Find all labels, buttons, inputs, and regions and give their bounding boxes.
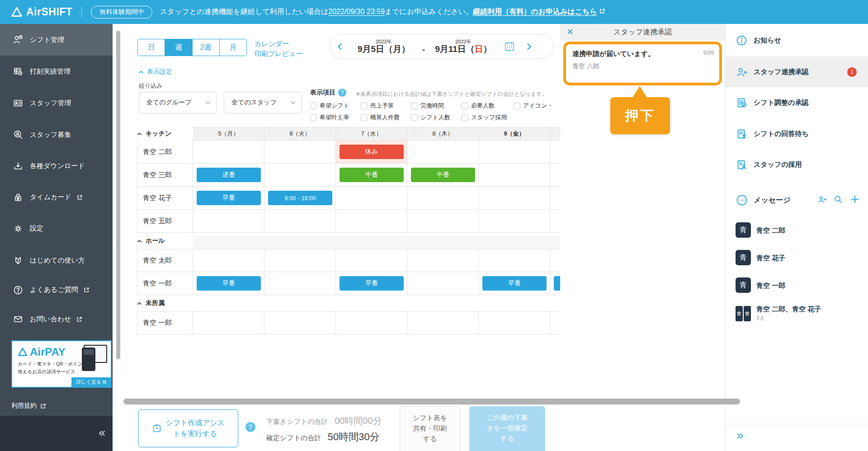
link-request-notification[interactable]: 連携申請が届いています。 9/09 青空 八郎 xyxy=(563,42,722,85)
external-link-icon xyxy=(76,316,82,322)
shift-badge-partial[interactable]: 早番 xyxy=(554,276,560,291)
airpay-details-link[interactable]: 詳しく見る ⧉ xyxy=(71,377,111,387)
sidebar-item-settings[interactable]: 設定 xyxy=(0,213,113,244)
checkbox-roudou-jikan[interactable]: 労働時間 xyxy=(411,102,444,110)
rightbar-item-staff-link-approval[interactable]: スタッフ連携承認 1 xyxy=(726,56,868,87)
next-week-button[interactable] xyxy=(519,42,539,51)
airpay-brand: AirPAY xyxy=(30,346,66,358)
checkbox[interactable] xyxy=(411,114,418,121)
notification-message: 連携申請が届いています。 xyxy=(572,50,713,58)
sidebar-item-downloads[interactable]: 各種ダウンロード xyxy=(0,150,113,182)
grid-bottom-strip xyxy=(193,236,560,249)
rightbar-item-staff-hiring[interactable]: スタッフの採用 xyxy=(726,149,868,180)
airshift-logo[interactable]: AirSHIFT xyxy=(11,6,72,18)
close-icon[interactable]: ✕ xyxy=(566,27,574,37)
terms-link[interactable]: 利用規約 xyxy=(11,402,46,410)
bulk-confirm-button[interactable]: この週の下書 きを一括確定 する xyxy=(469,406,545,451)
left-sidebar: シフト管理 打刻実績管理 スタッフ管理 スタッフ募集 各種ダウンロード タイムカ… xyxy=(0,24,113,451)
shift-badge[interactable]: 早番 xyxy=(197,191,261,205)
calendar-print-preview-link[interactable]: カレンダー 印刷プレビュー xyxy=(255,39,302,59)
view-2week-button[interactable]: 2週 xyxy=(192,39,219,56)
notification-staff-name: 青空 八郎 xyxy=(572,62,713,70)
beginner-mark-icon xyxy=(13,255,24,266)
sidebar-item-label: スタッフ募集 xyxy=(30,131,71,139)
sunday-red-text: 日 xyxy=(475,44,483,54)
external-link-icon xyxy=(84,287,90,293)
group-filter-select[interactable]: 全てのグループ xyxy=(139,92,217,113)
shift-badge[interactable]: 中番 xyxy=(340,168,404,182)
search-icon[interactable] xyxy=(833,194,843,204)
message-thread-ichiro[interactable]: 青 青空 一郎 xyxy=(726,273,868,297)
checkbox[interactable] xyxy=(310,103,317,109)
new-message-icon[interactable] xyxy=(849,194,860,205)
view-week-button[interactable]: 週 xyxy=(165,39,192,56)
grid-header-row: キッチン 5（月） 6（火） 7（水） 8（木） 9（金） xyxy=(137,127,560,141)
shift-badge-off[interactable]: 休み xyxy=(340,145,404,159)
prev-week-button[interactable] xyxy=(330,42,350,51)
checkbox-hitsuyou-ninzu[interactable]: 必要人数 xyxy=(462,102,495,110)
shift-badge[interactable]: 早番 xyxy=(197,276,261,291)
staff-filter-select[interactable]: 全てのスタッフ xyxy=(224,92,302,113)
sidebar-item-staff-management[interactable]: スタッフ管理 xyxy=(0,87,113,119)
avatar: 青 xyxy=(736,277,751,293)
share-print-button[interactable]: シフト表を 共有・印刷 する xyxy=(400,406,460,451)
add-member-icon[interactable] xyxy=(817,194,827,204)
help-icon[interactable]: ? xyxy=(338,89,346,97)
checkbox-kibou-kanaeritsu[interactable]: 希望叶え率 xyxy=(310,113,349,122)
checkbox[interactable] xyxy=(462,103,468,109)
notice-deadline: 2022/09/30 23:59 xyxy=(328,8,385,15)
sidebar-item-timecard[interactable]: タイムカード xyxy=(0,182,113,213)
checkbox-kibou-shift[interactable]: 希望シフト xyxy=(310,102,349,110)
shift-assist-button[interactable]: シフト作成アシストを実行する xyxy=(138,409,238,447)
chat-bubble-icon xyxy=(736,194,748,207)
checkbox[interactable] xyxy=(462,114,468,121)
sidebar-item-getting-started[interactable]: はじめての使い方 xyxy=(0,245,113,276)
paid-signup-link[interactable]: 継続利用（有料）のお申込みはこちら xyxy=(473,8,597,15)
sidebar-item-timeclock[interactable]: 打刻実績管理 xyxy=(0,56,113,87)
message-thread-hanako[interactable]: 青 青空 花子 xyxy=(726,246,868,269)
sidebar-collapse-button[interactable]: « xyxy=(99,427,105,438)
shift-badge[interactable]: 中番 xyxy=(411,168,475,182)
checkbox[interactable] xyxy=(411,103,418,109)
section-unassigned-toggle[interactable]: 未所属 xyxy=(137,295,560,311)
horizontal-scrollbar[interactable] xyxy=(123,399,740,404)
shift-badge-time[interactable]: 9:00 - 18:00 xyxy=(268,191,332,205)
chevron-down-icon xyxy=(205,99,211,106)
sidebar-item-staff-recruiting[interactable]: スタッフ募集 xyxy=(0,119,113,150)
message-thread-jiro[interactable]: 青 青空 二郎 xyxy=(726,218,868,242)
assist-help-icon[interactable]: ? xyxy=(245,422,255,432)
rightbar-item-news[interactable]: お知らせ xyxy=(726,24,868,56)
checkbox[interactable] xyxy=(310,114,317,121)
checkbox-staff-saiyou[interactable]: スタッフ採用 xyxy=(462,113,507,122)
message-thread-group[interactable]: 青青 青空 二郎、青空 花子 3人 xyxy=(726,301,868,326)
sidebar-item-shift-management[interactable]: シフト管理 xyxy=(0,24,113,56)
vertical-scrollbar[interactable] xyxy=(116,31,120,359)
shift-badge[interactable]: 遅番 xyxy=(197,168,261,182)
gear-icon xyxy=(13,223,24,234)
staff-row-saburo: 青空 三郎 遅番 中番 中番 xyxy=(137,164,560,187)
unread-count-badge: 1 xyxy=(847,67,857,77)
staff-row-taro: 青空 太郎 xyxy=(137,249,560,272)
view-month-button[interactable]: 月 xyxy=(219,39,246,56)
shift-badge[interactable]: 早番 xyxy=(482,276,547,291)
checkbox-uriage-yosan[interactable]: 売上予算 xyxy=(361,102,394,110)
section-kitchen-toggle[interactable]: キッチン xyxy=(137,127,193,141)
rightbar-item-shift-adjust-approval[interactable]: シフト調整の承認 xyxy=(726,87,868,118)
checkbox-shift-ninzu[interactable]: シフト人数 xyxy=(411,113,450,122)
checkbox-icon[interactable]: アイコン・ xyxy=(514,102,553,110)
sidebar-item-faq[interactable]: よくあるご質問 xyxy=(0,276,113,304)
rightbar-expand-button[interactable]: » xyxy=(736,429,744,442)
calendar-picker-icon[interactable] xyxy=(504,41,515,52)
rightbar-item-shift-awaiting-reply[interactable]: シフトの回答待ち xyxy=(726,118,868,149)
checkbox[interactable] xyxy=(514,103,520,109)
view-day-button[interactable]: 日 xyxy=(138,39,165,56)
sidebar-item-contact[interactable]: お問い合わせ xyxy=(0,304,113,334)
checkbox[interactable] xyxy=(361,103,368,109)
checkbox-gaisan-jinkenhi[interactable]: 概算人件費 xyxy=(361,113,400,122)
timeclock-table-icon xyxy=(13,66,24,77)
checkbox[interactable] xyxy=(361,114,368,121)
airpay-banner[interactable]: AirPAY カード・電マネ・QR・ポイントも 使えるお店の決済サービス 詳しく… xyxy=(11,340,112,388)
shift-badge[interactable]: 早番 xyxy=(340,276,404,291)
sidebar-item-label: 各種ダウンロード xyxy=(30,162,85,170)
display-settings-toggle[interactable]: 表示設定 xyxy=(139,68,172,76)
